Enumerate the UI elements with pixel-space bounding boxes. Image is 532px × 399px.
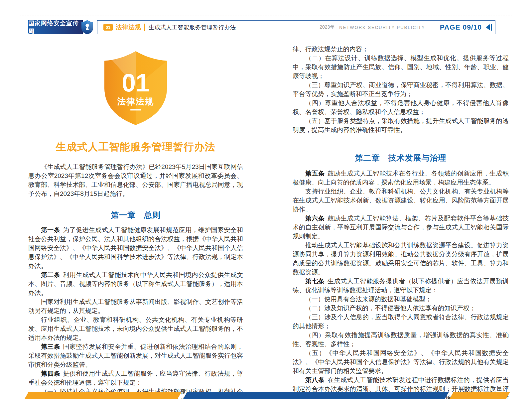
brand-title: 国家网络安全宣传周	[28, 19, 83, 35]
chapter-1-articles: 第一条为了促进生成式人工智能健康发展和规范应用，维护国家安全和社会公共利益，保护…	[28, 225, 243, 399]
body-paragraph: 推动生成式人工智能基础设施和公共训练数据资源平台建设。促进算力资源协同共享，提升…	[293, 241, 509, 277]
body-paragraph: （五）基于服务类型特点，采取有效措施，提升生成式人工智能服务的透明度，提高生成内…	[293, 116, 509, 134]
article-number: 第八条	[305, 376, 325, 383]
chapter-2-articles: 第五条鼓励生成式人工智能技术在各行业、各领域的创新应用，生成积极健康、向上向善的…	[293, 169, 509, 399]
body-paragraph: 第三条国家坚持发展和安全并重、促进创新和依法治理相结合的原则，采取有效措施鼓励生…	[28, 342, 243, 369]
body-paragraph: （四）采取有效措施提高训练数据质量，增强训练数据的真实性、准确性、客观性、多样性…	[293, 331, 509, 348]
body-paragraph: 国家对利用生成式人工智能服务从事新闻出版、影视制作、文艺创作等活动另有规定的，从…	[28, 297, 243, 315]
body-paragraph: 第五条鼓励生成式人工智能技术在各行业、各领域的创新应用，生成积极健康、向上向善的…	[293, 169, 509, 187]
tagline-label: NETWORK SECURITY PUBLICITY	[339, 25, 425, 30]
top-divider	[20, 16, 512, 16]
section-label: 法律法规	[116, 23, 141, 32]
badge-underline	[130, 109, 141, 110]
body-paragraph: 第二条利用生成式人工智能技术向中华人民共和国境内公众提供生成文本、图片、音频、视…	[28, 270, 243, 297]
header-doc-title: 生成式人工智能服务管理暂行办法	[149, 24, 236, 31]
article-number: 第六条	[305, 215, 325, 222]
section-number-chip: 01	[103, 24, 113, 31]
article-number: 第五条	[305, 170, 325, 177]
chapter-1-heading: 第一章 总则	[28, 210, 243, 220]
article-number: 第二条	[41, 271, 60, 278]
right-column: 律、行政法规禁止的内容；（二）在算法设计、训练数据选择、模型生成和优化、提供服务…	[293, 45, 509, 399]
back-bar	[491, 24, 492, 31]
body-paragraph: 支持行业组织、企业、教育和科研机构、公共文化机构、有关专业机构等在生成式人工智能…	[293, 187, 509, 214]
year-label: 2023年	[320, 24, 334, 30]
document-title: 生成式人工智能服务管理暂行办法	[28, 141, 243, 153]
footer-stripe-middle	[183, 392, 449, 399]
body-paragraph: （二）在算法设计、训练数据选择、模型生成和优化、提供服务等过程中，采取有效措施防…	[293, 54, 509, 80]
body-paragraph: 律、行政法规禁止的内容；	[293, 45, 509, 54]
body-paragraph: （五）《中华人民共和国网络安全法》、《中华人民共和国数据安全法》、《中华人民共和…	[293, 348, 509, 375]
footer-stripe-left	[25, 392, 182, 399]
back-triangle	[486, 24, 490, 30]
page: 国家网络安全宣传周 01 法律法规 生成式人工智能服务管理暂行办法 2023年 …	[0, 0, 532, 399]
body-paragraph: （三）涉及个人信息的，应当取得个人同意或者符合法律、行政法规规定的其他情形；	[293, 313, 509, 331]
badge-number: 01	[122, 69, 150, 97]
chapter-badge: 01 法律法规	[28, 50, 243, 128]
body-paragraph: 第六条鼓励生成式人工智能算法、框架、芯片及配套软件平台等基础技术的自主创新，平等…	[293, 214, 509, 241]
header-right-group: 2023年 NETWORK SECURITY PUBLICITY PAGE 09…	[320, 23, 492, 31]
article-number: 第七条	[305, 278, 325, 285]
page-number: PAGE 09/10	[440, 23, 482, 31]
article-number: 第四条	[41, 370, 60, 377]
chapter-2-heading: 第二章 技术发展与治理	[293, 153, 509, 163]
header-bar: 01 法律法规 生成式人工智能服务管理暂行办法 2023年 NETWORK SE…	[97, 20, 495, 34]
body-paragraph: 《生成式人工智能服务管理暂行办法》已经2023年5月23日国家互联网信息办公室2…	[28, 162, 243, 198]
body-paragraph: 行业组织、企业、教育和科研机构、公共文化机构、有关专业机构等研发、应用生成式人工…	[28, 315, 243, 342]
badge-label: 法律法规	[117, 97, 154, 106]
article-number: 第三条	[41, 343, 60, 350]
body-paragraph: 第四条提供和使用生成式人工智能服务，应当遵守法律、行政法规，尊重社会公德和伦理道…	[28, 369, 243, 387]
brand-badge: 国家网络安全宣传周	[28, 20, 83, 34]
body-paragraph: （三）尊重知识产权、商业道德，保守商业秘密，不得利用算法、数据、平台等优势，实施…	[293, 80, 509, 98]
left-column: 01 法律法规 生成式人工智能服务管理暂行办法 《生成式人工智能服务管理暂行办法…	[28, 43, 243, 399]
page-back-icon[interactable]	[486, 24, 492, 31]
body-paragraph: （四）尊重他人合法权益，不得危害他人身心健康，不得侵害他人肖像权、名誉权、荣誉权…	[293, 98, 509, 116]
body-paragraph: 第七条生成式人工智能服务提供者（以下称提供者）应当依法开展预训练、优化训练等训练…	[293, 277, 509, 295]
header-separator	[144, 24, 145, 31]
body-paragraph: （一）使用具有合法来源的数据和基础模型；	[293, 295, 509, 304]
body-paragraph: 第一条为了促进生成式人工智能健康发展和规范应用，维护国家安全和社会公共利益，保护…	[28, 225, 243, 270]
chapter-shield-icon: 01 法律法规	[103, 50, 169, 126]
chapter-1-continuation: 律、行政法规禁止的内容；（二）在算法设计、训练数据选择、模型生成和优化、提供服务…	[293, 45, 509, 134]
intro-section: 《生成式人工智能服务管理暂行办法》已经2023年5月23日国家互联网信息办公室2…	[28, 162, 243, 198]
footer-stripe-right	[450, 392, 510, 399]
shield-lock-icon	[81, 19, 93, 35]
article-number: 第一条	[41, 226, 60, 233]
body-paragraph: （二）涉及知识产权的，不得侵害他人依法享有的知识产权；	[293, 304, 509, 313]
